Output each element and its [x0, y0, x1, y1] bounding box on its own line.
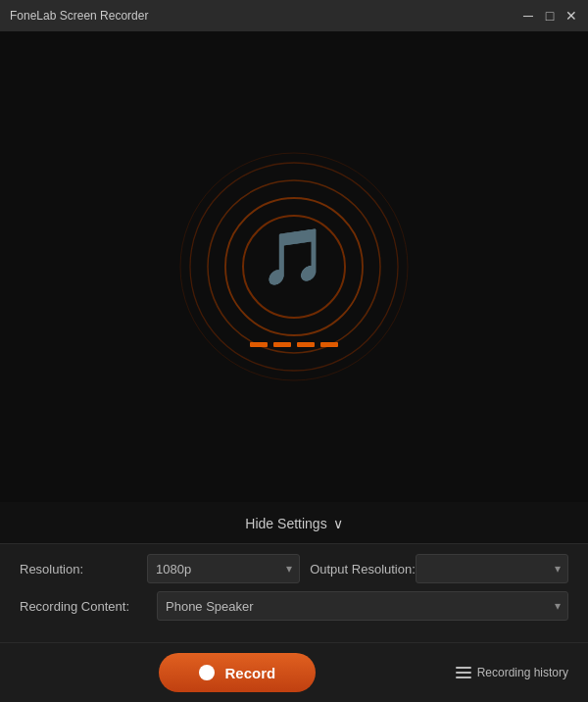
recording-history-button[interactable]: Recording history	[456, 666, 568, 679]
resolution-select-wrapper: 1080p	[147, 554, 300, 583]
recording-content-label: Recording Content:	[20, 599, 147, 614]
output-resolution-select[interactable]	[416, 554, 568, 583]
hamburger-icon	[456, 667, 471, 678]
circle-visualizer: 🎵	[176, 149, 412, 384]
eq-bar-2	[273, 342, 291, 347]
output-resolution-label: Output Resolution:	[310, 562, 416, 577]
app-title: FoneLab Screen Recorder	[10, 9, 148, 23]
eq-bar-4	[320, 342, 338, 347]
resolution-label: Resolution:	[20, 562, 147, 577]
eq-bars	[250, 342, 338, 347]
eq-bar-3	[297, 342, 315, 347]
visualizer-area: 🎵	[0, 31, 588, 502]
hide-settings-button[interactable]: Hide Settings ∨	[245, 516, 342, 531]
recording-content-row: Recording Content: Phone Speaker	[20, 591, 568, 621]
window-controls: ─ □ ✕	[521, 9, 578, 23]
resolution-row: Resolution: 1080p Output Resolution:	[20, 554, 568, 583]
record-button-label: Record	[224, 665, 275, 681]
record-dot-icon	[199, 665, 215, 680]
music-note-icon: 🎵	[260, 225, 328, 289]
chevron-down-icon: ∨	[333, 516, 343, 531]
hide-settings-label: Hide Settings	[245, 516, 326, 531]
main-area: 🎵 Hide Settings ∨ Resolution: 1080p	[0, 31, 588, 702]
eq-bar-1	[250, 342, 268, 347]
close-button[interactable]: ✕	[564, 9, 578, 23]
resolution-select[interactable]: 1080p	[147, 554, 300, 583]
settings-panel: Resolution: 1080p Output Resolution: Rec…	[0, 543, 588, 642]
output-resolution-select-wrapper	[416, 554, 568, 583]
recording-history-label: Recording history	[477, 666, 568, 679]
record-bar: Record Recording history	[0, 642, 588, 702]
title-bar: FoneLab Screen Recorder ─ □ ✕	[0, 0, 588, 31]
recording-content-select[interactable]: Phone Speaker	[157, 591, 568, 621]
recording-content-select-wrapper: Phone Speaker	[157, 591, 568, 621]
maximize-button[interactable]: □	[543, 9, 557, 23]
record-button[interactable]: Record	[159, 653, 316, 692]
hide-settings-bar: Hide Settings ∨	[0, 502, 588, 543]
minimize-button[interactable]: ─	[521, 9, 535, 23]
